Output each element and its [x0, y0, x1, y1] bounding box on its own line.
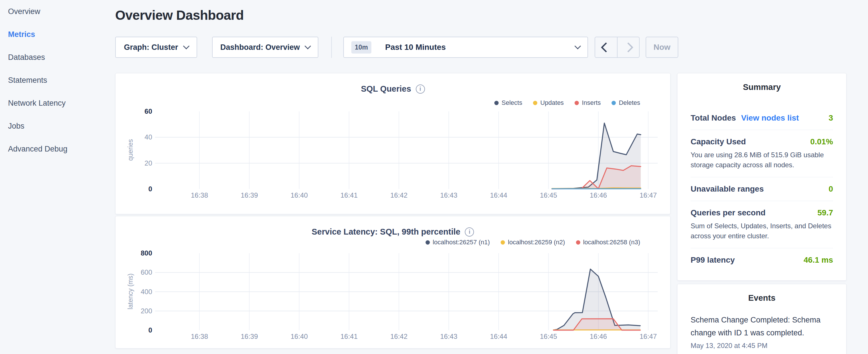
x-axis-tick: 16:45: [524, 191, 574, 199]
legend-dot-icon: [576, 240, 580, 245]
x-axis-tick: 16:42: [374, 332, 424, 341]
legend-dot-icon: [575, 101, 579, 105]
event-item-text: Schema Change Completed: Schema change w…: [691, 314, 833, 340]
legend-dot-icon: [533, 101, 537, 105]
qps-value: 59.7: [817, 208, 833, 217]
x-axis-tick: 16:46: [574, 191, 623, 199]
legend-item: Inserts: [575, 99, 601, 106]
time-step-back-button[interactable]: [595, 37, 618, 57]
chart-title-text: Service Latency: SQL, 99th percentile: [312, 227, 461, 236]
p99-latency-label: P99 latency: [691, 255, 735, 265]
legend-label: Selects: [501, 99, 522, 106]
legend-label: localhost:26257 (n1): [433, 238, 490, 246]
legend-item: localhost:26258 (n3): [576, 238, 640, 246]
view-nodes-list-link[interactable]: View nodes list: [741, 114, 799, 123]
sidebar-item-overview[interactable]: Overview: [0, 0, 115, 23]
legend-item: Selects: [494, 99, 522, 106]
total-nodes-label: Total Nodes: [691, 114, 736, 123]
y-axis-label: queries: [127, 107, 134, 193]
events-title: Events: [691, 293, 833, 303]
time-range-select[interactable]: 10m Past 10 Minutes: [343, 37, 588, 58]
chevron-right-icon: [623, 42, 633, 52]
info-icon[interactable]: [416, 85, 425, 94]
chevron-down-icon: [183, 43, 189, 50]
graph-scope-dropdown-label: Graph: Cluster: [124, 43, 178, 52]
sidebar-item-network-latency[interactable]: Network Latency: [0, 92, 115, 115]
time-range-label: Past 10 Minutes: [385, 43, 446, 52]
chart-legend: SelectsUpdatesInsertsDeletes: [494, 99, 640, 106]
chart-title: SQL Queries: [116, 84, 670, 94]
y-axis-tick: 40: [121, 133, 152, 141]
x-axis-tick: 16:47: [623, 191, 671, 199]
x-axis-tick: 16:44: [474, 332, 524, 341]
sidebar-item-statements[interactable]: Statements: [0, 69, 115, 92]
event-item-timestamp: May 13, 2020 at 4:45 PM: [691, 342, 833, 350]
capacity-used-value: 0.01%: [810, 137, 833, 147]
sidebar-item-databases[interactable]: Databases: [0, 46, 115, 69]
x-axis-tick: 16:40: [274, 332, 324, 341]
sidebar-item-label: Databases: [8, 53, 45, 62]
sidebar-item-metrics[interactable]: Metrics: [0, 23, 115, 46]
sidebar-item-label: Network Latency: [8, 99, 66, 108]
qps-label: Queries per second: [691, 208, 766, 217]
summary-panel: Summary Total Nodes View nodes list 3 Ca…: [677, 73, 846, 281]
legend-item: localhost:26259 (n2): [501, 238, 565, 246]
x-axis-tick: 16:41: [324, 191, 374, 199]
sidebar-item-label: Jobs: [8, 122, 24, 131]
dashboard-dropdown-label: Dashboard: Overview: [220, 43, 300, 52]
dashboard-dropdown[interactable]: Dashboard: Overview: [212, 37, 318, 58]
y-axis-tick: 200: [121, 307, 152, 315]
unavailable-ranges-label: Unavailable ranges: [691, 185, 764, 194]
x-axis-tick: 16:42: [374, 191, 424, 199]
y-axis-tick: 20: [121, 159, 152, 167]
time-step-forward-button[interactable]: [618, 37, 639, 57]
now-button[interactable]: Now: [646, 37, 678, 58]
p99-latency-value: 46.1 ms: [804, 255, 833, 265]
events-panel: Events Schema Change Completed: Schema c…: [677, 284, 846, 354]
chart-title: Service Latency: SQL, 99th percentile: [116, 227, 670, 236]
total-nodes-value: 3: [829, 114, 833, 123]
sidebar-item-label: Advanced Debug: [8, 144, 67, 154]
legend-label: Deletes: [619, 99, 640, 106]
graph-scope-dropdown[interactable]: Graph: Cluster: [115, 37, 197, 58]
x-axis-tick: 16:39: [224, 332, 274, 341]
capacity-used-description: You are using 28.6 MiB of 515.9 GiB usab…: [691, 150, 833, 170]
x-axis-tick: 16:46: [574, 332, 623, 341]
x-axis-tick: 16:38: [175, 332, 224, 341]
sidebar-item-label: Statements: [8, 76, 47, 85]
sidebar-item-advanced-debug[interactable]: Advanced Debug: [0, 137, 115, 160]
capacity-used-label: Capacity Used: [691, 137, 746, 147]
y-axis-tick: 0: [121, 326, 152, 334]
unavailable-ranges-value: 0: [829, 185, 833, 194]
summary-row-unavailable-ranges: Unavailable ranges 0: [691, 177, 833, 201]
time-range-badge: 10m: [351, 41, 371, 54]
legend-label: Inserts: [582, 99, 601, 106]
summary-row-total-nodes: Total Nodes View nodes list 3: [691, 106, 833, 130]
sidebar-item-jobs[interactable]: Jobs: [0, 115, 115, 137]
legend-item: Deletes: [612, 99, 640, 106]
info-icon[interactable]: [465, 227, 474, 236]
x-axis-tick: 16:45: [524, 332, 574, 341]
legend-item: Updates: [533, 99, 564, 106]
y-axis-tick: 400: [121, 288, 152, 296]
x-axis-tick: 16:41: [324, 332, 374, 341]
y-axis-tick: 60: [121, 107, 152, 116]
legend-dot-icon: [494, 101, 499, 105]
legend-label: localhost:26258 (n3): [583, 238, 640, 246]
chart-legend: localhost:26257 (n1)localhost:26259 (n2)…: [426, 238, 640, 246]
y-axis-label: latency (ms): [127, 248, 134, 334]
chevron-down-icon: [305, 43, 311, 50]
summary-rows: Total Nodes View nodes list 3 Capacity U…: [691, 106, 833, 272]
sql-queries-chart-card: SQL Queries 16:3816:3916:4016:4116:4216:…: [115, 73, 671, 214]
summary-title: Summary: [691, 83, 833, 92]
sidebar: Overview Metrics Databases Statements Ne…: [0, 0, 115, 160]
legend-item: localhost:26257 (n1): [426, 238, 490, 246]
service-latency-chart-card: Service Latency: SQL, 99th percentile 16…: [115, 216, 671, 349]
x-axis-tick: 16:39: [224, 191, 274, 199]
x-axis-tick: 16:43: [424, 332, 474, 341]
legend-dot-icon: [501, 240, 505, 245]
legend-label: Updates: [540, 99, 564, 106]
x-axis-tick: 16:47: [623, 332, 671, 341]
sidebar-item-label: Overview: [8, 7, 40, 16]
summary-row-p99-latency: P99 latency 46.1 ms: [691, 248, 833, 272]
